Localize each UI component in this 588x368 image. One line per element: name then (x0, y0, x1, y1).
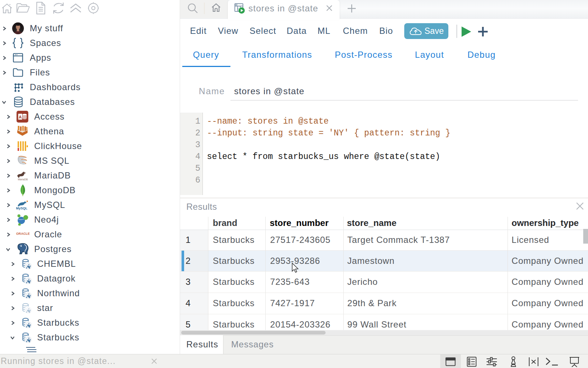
svg-text:MariaDB: MariaDB (18, 178, 28, 181)
svg-text:A: A (19, 115, 22, 119)
svg-text:MySQL: MySQL (16, 206, 28, 210)
